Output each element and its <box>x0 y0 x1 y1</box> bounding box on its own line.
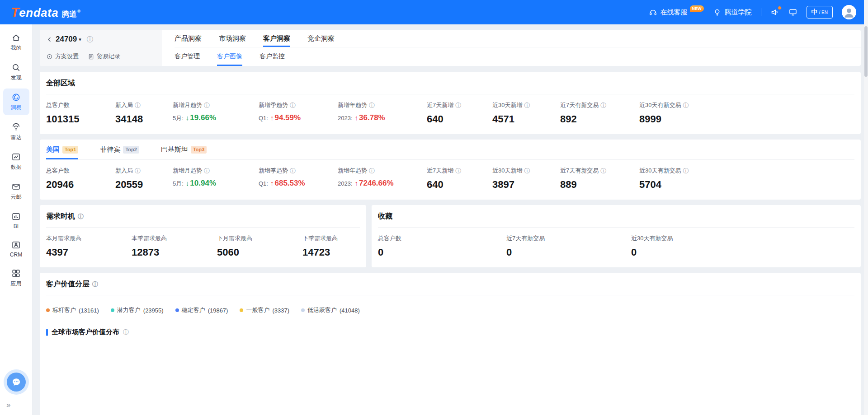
stat-new-7days: 近7天新增ⓘ 640 <box>427 167 492 191</box>
plan-selector[interactable]: 24709 ▾ <box>56 35 81 44</box>
top2-badge: Top2 <box>123 146 139 154</box>
info-icon[interactable]: ⓘ <box>290 168 296 174</box>
sidebar-item-apps[interactable]: 应用 <box>3 265 29 291</box>
sidebar-item-discover[interactable]: 发现 <box>3 59 29 85</box>
arrow-down-icon: ↓ <box>186 179 189 187</box>
legend-dot <box>111 308 114 312</box>
legend-benchmark-customers[interactable]: 标杆客户(13161) <box>46 306 99 314</box>
bulb-icon <box>713 8 722 17</box>
info-icon[interactable]: ⓘ <box>204 103 210 108</box>
scrollbar-track[interactable] <box>864 0 868 415</box>
all-region-card: 全部区域 总客户数 101315 新入局ⓘ 34148 新增月趋势ⓘ 5月:↓1… <box>40 72 861 134</box>
legend-dot <box>301 308 305 312</box>
favorites-card: 收藏 总客户数 0 近7天有新交易 0 近30天有新交易 0 <box>372 205 861 267</box>
language-toggle[interactable]: 中 / EN <box>807 6 833 19</box>
info-icon[interactable]: ⓘ <box>683 168 689 174</box>
sidebar-item-insight[interactable]: 洞察 <box>3 89 29 115</box>
info-icon[interactable]: ⓘ <box>683 103 689 108</box>
info-icon[interactable]: ⓘ <box>78 214 84 219</box>
stat-new-30days: 近30天新增ⓘ 4571 <box>492 101 560 125</box>
plan-id: 24709 <box>56 35 77 44</box>
info-icon[interactable]: ⓘ <box>92 281 98 287</box>
legend-general-customers[interactable]: 一般客户(3337) <box>240 306 289 314</box>
info-icon[interactable]: ⓘ <box>123 329 129 335</box>
info-icon[interactable]: ⓘ <box>600 103 606 108</box>
avatar[interactable] <box>842 5 856 19</box>
country-tab-usa[interactable]: 美国Top1 <box>46 140 78 159</box>
info-icon[interactable]: ⓘ <box>135 103 141 108</box>
tab-competitor-insight[interactable]: 竞企洞察 <box>307 30 335 47</box>
info-icon[interactable]: ⓘ <box>524 103 530 108</box>
top3-badge: Top3 <box>191 146 207 154</box>
sidebar-item-mine[interactable]: 我的 <box>3 29 29 56</box>
stat-new-entrants: 新入局ⓘ 34148 <box>115 101 173 125</box>
stat-yearly-trend: 新增年趋势ⓘ 2023:↑36.78% <box>338 101 427 125</box>
plan-settings-link[interactable]: 方案设置 <box>46 52 79 61</box>
tendata-logo[interactable]: Tendata 腾道® <box>11 5 80 20</box>
stat-trades-7days: 近7天有新交易ⓘ 889 <box>560 167 639 191</box>
info-icon[interactable]: ⓘ <box>369 168 375 174</box>
topbar-divider <box>761 8 761 16</box>
subtab-customer-management[interactable]: 客户管理 <box>175 47 200 66</box>
sidebar-item-cloudmail[interactable]: 云邮 <box>3 178 29 205</box>
scrollbar-thumb[interactable] <box>864 26 868 77</box>
country-tab-pakistan[interactable]: 巴基斯坦Top3 <box>161 140 207 159</box>
sidebar-item-radar[interactable]: 雷达 <box>3 118 29 145</box>
sidebar-item-crm[interactable]: CRM <box>3 236 29 261</box>
demand-timing-card: 需求时机ⓘ 本月需求最高 4397 本季需求最高 12873 下月需求最高 50… <box>40 205 366 267</box>
info-icon[interactable]: ⓘ <box>455 168 461 174</box>
stat-trades-30days: 近30天有新交易ⓘ 5704 <box>639 167 854 191</box>
chart-icon <box>11 152 21 162</box>
stat-quarter-peak: 本季需求最高 12873 <box>132 234 217 258</box>
stat-fav-total: 总客户数 0 <box>378 234 506 258</box>
stat-quarterly-trend: 新增季趋势ⓘ Q1:↑685.53% <box>259 167 338 191</box>
country-tab-philippines[interactable]: 菲律宾Top2 <box>100 140 139 159</box>
crm-icon <box>11 240 21 250</box>
radar-icon <box>11 122 21 132</box>
info-icon[interactable]: ⓘ <box>87 36 93 42</box>
tab-customer-insight[interactable]: 客户洞察 <box>263 30 290 47</box>
insight-tabs: 产品洞察 市场洞察 客户洞察 竞企洞察 客户管理 客户画像 客户监控 <box>162 30 861 66</box>
chat-fab-button[interactable] <box>7 373 26 392</box>
info-icon[interactable]: ⓘ <box>204 168 210 174</box>
stat-yearly-trend: 新增年趋势ⓘ 2023:↑7246.66% <box>338 167 427 191</box>
info-icon[interactable]: ⓘ <box>455 103 461 108</box>
all-region-stats: 总客户数 101315 新入局ⓘ 34148 新增月趋势ⓘ 5月:↓19.66%… <box>46 94 854 134</box>
lang-en: / EN <box>819 10 828 15</box>
sidebar: 我的 发现 洞察 雷达 数据 云邮 BI <box>0 24 33 415</box>
home-icon <box>11 33 21 42</box>
favorites-stats: 总客户数 0 近7天有新交易 0 近30天有新交易 0 <box>378 228 854 267</box>
topbar: Tendata 腾道® 在线客服 NEW 腾道学院 <box>0 0 868 24</box>
stat-trades-30days: 近30天有新交易ⓘ 8999 <box>639 101 854 125</box>
plan-panel: 24709 ▾ ⓘ 方案设置 贸易记录 <box>40 30 162 66</box>
subtab-customer-monitoring[interactable]: 客户监控 <box>259 47 285 66</box>
legend-stable-customers[interactable]: 稳定客户(19867) <box>175 306 228 314</box>
back-chevron-icon[interactable] <box>46 36 53 43</box>
info-icon[interactable]: ⓘ <box>524 168 530 174</box>
legend-low-activity-customers[interactable]: 低活跃客户(41048) <box>301 306 360 314</box>
sidebar-item-data[interactable]: 数据 <box>3 148 29 175</box>
info-icon[interactable]: ⓘ <box>369 103 375 108</box>
sidebar-collapse-toggle[interactable]: » <box>6 401 10 410</box>
tab-market-insight[interactable]: 市场洞察 <box>219 30 246 47</box>
target-icon <box>46 53 53 60</box>
arrow-up-icon: ↑ <box>270 179 274 187</box>
main-tab-bar: 产品洞察 市场洞察 客户洞察 竞企洞察 <box>175 30 861 47</box>
tab-product-insight[interactable]: 产品洞察 <box>175 30 202 47</box>
subtab-customer-profile[interactable]: 客户画像 <box>217 47 242 66</box>
info-icon[interactable]: ⓘ <box>600 168 606 174</box>
sidebar-item-bi[interactable]: BI <box>3 208 29 233</box>
info-icon[interactable]: ⓘ <box>290 103 296 108</box>
info-icon[interactable]: ⓘ <box>135 168 141 174</box>
trade-records-link[interactable]: 贸易记录 <box>88 52 120 61</box>
country-tab-bar: 美国Top1 菲律宾Top2 巴基斯坦Top3 <box>46 140 854 160</box>
legend-potential-customers[interactable]: 潜力客户(23955) <box>111 306 164 314</box>
academy-link[interactable]: 腾道学院 <box>713 8 752 17</box>
legend-dot <box>175 308 179 312</box>
sub-tab-bar: 客户管理 客户画像 客户监控 <box>175 47 861 66</box>
legend-dot <box>240 308 243 312</box>
monitor-icon[interactable] <box>788 8 797 17</box>
demand-stats: 本月需求最高 4397 本季需求最高 12873 下月需求最高 5060 下季需… <box>46 228 360 267</box>
notification-icon[interactable] <box>770 8 779 17</box>
online-service-link[interactable]: 在线客服 NEW <box>649 8 704 17</box>
